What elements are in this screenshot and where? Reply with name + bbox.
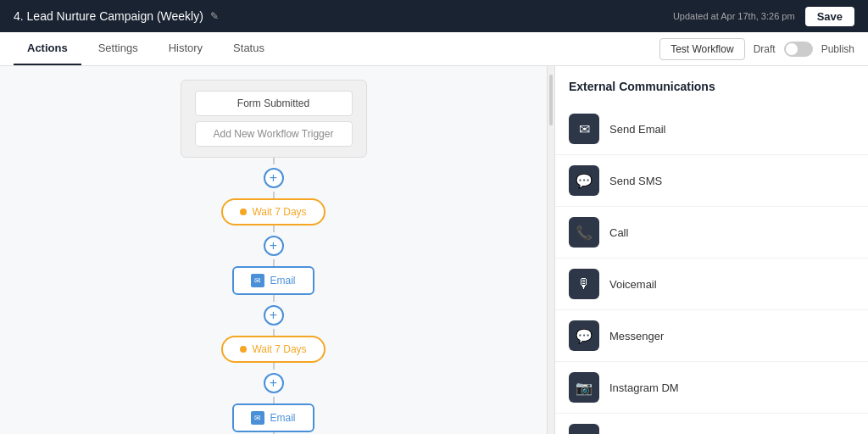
wait-node-1[interactable]: Wait 7 Days: [221, 198, 325, 225]
toggle-knob: [786, 43, 798, 55]
subnav-tabs: Actions Settings History Status: [14, 32, 278, 65]
add-step-button-2[interactable]: +: [264, 236, 284, 256]
wait-dot-1: [240, 209, 247, 215]
save-button[interactable]: Save: [805, 7, 854, 26]
main-content: Form Submitted Add New Workflow Trigger …: [0, 66, 868, 434]
publish-label: Publish: [821, 43, 854, 55]
email-icon-1: ✉: [251, 274, 264, 287]
action-send-sms[interactable]: 💬 Send SMS: [555, 155, 868, 207]
action-call[interactable]: 📞 Call: [555, 207, 868, 259]
scrollbar[interactable]: [548, 66, 554, 434]
instagram-dm-icon: 📷: [569, 372, 599, 403]
messenger-label: Messenger: [609, 330, 664, 342]
header-right: Updated at Apr 17th, 3:26 pm Save: [673, 7, 854, 26]
email-node-1[interactable]: ✉ Email: [232, 266, 314, 295]
trigger-box: Form Submitted Add New Workflow Trigger: [181, 80, 367, 158]
campaign-title: 4. Lead Nurture Campaign (Weekly): [14, 9, 203, 23]
vertical-line-3: [273, 225, 275, 232]
edit-title-icon[interactable]: ✎: [210, 10, 219, 22]
vertical-line-7: [273, 363, 275, 370]
scrollbar-thumb[interactable]: [549, 75, 553, 125]
header-title: 4. Lead Nurture Campaign (Weekly) ✎: [14, 9, 219, 23]
tab-settings[interactable]: Settings: [85, 32, 152, 65]
wait-node-2[interactable]: Wait 7 Days: [221, 336, 325, 363]
send-email-icon: ✉: [569, 114, 599, 144]
manual-sms-icon: ✉: [569, 424, 599, 434]
add-step-button-3[interactable]: +: [264, 305, 284, 326]
workflow-flow: Form Submitted Add New Workflow Trigger …: [181, 80, 367, 434]
vertical-line-2: [273, 192, 275, 198]
send-sms-label: Send SMS: [609, 175, 662, 187]
test-workflow-button[interactable]: Test Workflow: [659, 38, 744, 60]
action-messenger[interactable]: 💬 Messenger: [555, 310, 868, 362]
send-email-label: Send Email: [609, 123, 665, 136]
email-node-2[interactable]: ✉ Email: [232, 403, 314, 432]
vertical-line-4: [273, 259, 275, 266]
add-step-button-4[interactable]: +: [264, 373, 284, 393]
voicemail-icon: 🎙: [569, 269, 599, 299]
vertical-line-6: [273, 329, 275, 336]
voicemail-label: Voicemail: [609, 278, 657, 291]
action-send-email[interactable]: ✉ Send Email: [555, 103, 868, 155]
canvas-area: Form Submitted Add New Workflow Trigger …: [0, 66, 547, 434]
email-icon-2: ✉: [251, 411, 264, 425]
trigger-form-submitted[interactable]: Form Submitted: [195, 91, 353, 116]
updated-text: Updated at Apr 17th, 3:26 pm: [673, 11, 795, 21]
subnav: Actions Settings History Status Test Wor…: [0, 32, 868, 66]
tab-actions[interactable]: Actions: [14, 32, 81, 65]
action-instagram-dm[interactable]: 📷 Instagram DM: [555, 362, 868, 414]
trigger-add-new[interactable]: Add New Workflow Trigger: [195, 121, 353, 147]
vertical-line-1: [273, 158, 275, 164]
messenger-icon: 💬: [569, 320, 599, 351]
tab-status[interactable]: Status: [220, 32, 278, 65]
subnav-right: Test Workflow Draft Publish: [659, 38, 854, 60]
draft-label: Draft: [754, 43, 776, 55]
wait-dot-2: [240, 346, 247, 353]
send-sms-icon: 💬: [569, 165, 599, 196]
header-bar: 4. Lead Nurture Campaign (Weekly) ✎ Upda…: [0, 0, 868, 32]
call-label: Call: [609, 226, 628, 239]
action-manual-sms[interactable]: ✉ Manual SMS: [555, 414, 868, 434]
draft-publish-toggle[interactable]: [784, 42, 813, 57]
call-icon: 📞: [569, 217, 599, 248]
vertical-line-5: [273, 295, 275, 302]
instagram-dm-label: Instagram DM: [609, 381, 679, 394]
action-voicemail[interactable]: 🎙 Voicemail: [555, 259, 868, 310]
panel-section-title: External Communications: [555, 80, 868, 103]
tab-history[interactable]: History: [155, 32, 216, 65]
add-step-button-1[interactable]: +: [264, 168, 284, 188]
right-panel: External Communications ✉ Send Email 💬 S…: [554, 66, 868, 434]
vertical-line-8: [273, 397, 275, 403]
